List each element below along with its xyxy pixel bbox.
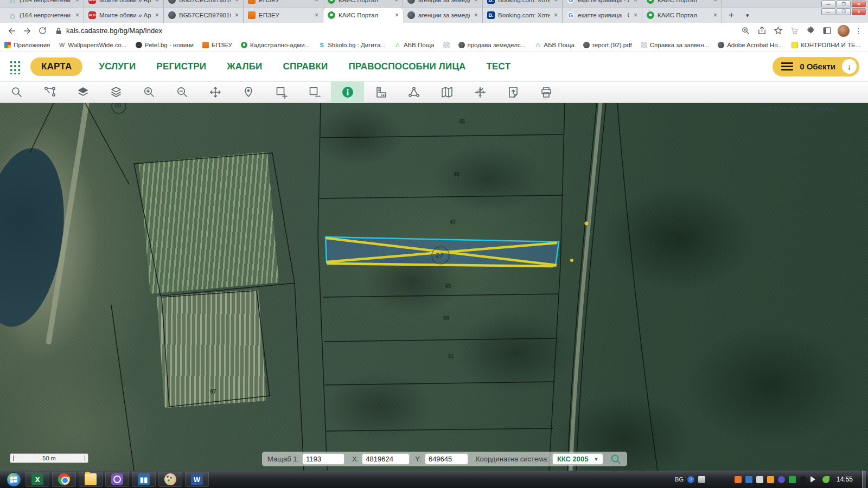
tab-epzeu[interactable]: ЕПЗЕУ× [244,8,323,23]
tray-icon-orange[interactable] [735,476,742,483]
route-nodes-tool-icon[interactable] [33,81,66,103]
tab-close-icon[interactable]: × [74,11,80,19]
bookmark-wallpapers[interactable]: WWallpapersWide.co... [59,42,126,48]
chrome-menu-icon[interactable]: ⋮ [855,27,863,35]
layers-active-tool-icon[interactable] [66,81,99,103]
tab-booking[interactable]: B.Booking.com: Хотели в× [483,8,563,23]
tab[interactable]: BG57CECB979010E359× [164,0,244,8]
tab-close-icon[interactable]: × [473,11,479,19]
objects-pill[interactable]: 0 Обекти ↓ [773,57,859,76]
apps-waffle-icon[interactable] [9,59,21,74]
language-indicator[interactable]: BG [675,476,684,483]
tab-iban[interactable]: BG57CECB979010E359× [164,8,244,23]
tray-icon-green-editor[interactable] [789,476,796,483]
menu-spravki[interactable]: СПРАВКИ [283,61,328,72]
taskbar-explorer[interactable] [79,472,103,487]
taskbar-viber[interactable] [105,472,129,487]
tab-abv-mail[interactable]: ⌂(164 непрочетени) - A× [4,8,84,23]
bookmark-adobe[interactable]: Adobe Acrobat Ho... [718,42,783,48]
zoom-page-icon[interactable] [740,25,751,36]
side-panel-icon[interactable] [821,25,832,36]
coordinate-search-icon[interactable] [610,453,622,465]
pan-tool-icon[interactable] [199,81,232,103]
tab-close-icon[interactable]: × [314,0,320,4]
tab-close-icon[interactable]: × [553,11,559,19]
tray-icon-clipboard[interactable] [756,476,763,483]
export-page-tool-icon[interactable] [496,81,529,103]
menu-test[interactable]: ТЕСТ [487,61,511,72]
layers-stack-tool-icon[interactable] [99,81,132,103]
tab-close-icon[interactable]: × [633,0,639,4]
minimize-button[interactable]: — [821,1,835,8]
tab-close-icon[interactable]: × [234,0,240,4]
tab-kais-portal-active[interactable]: КАИС Портал× [323,8,403,23]
new-tab-button[interactable]: + [722,10,741,21]
search-tool-icon[interactable] [0,81,33,103]
tab-close-icon[interactable]: × [712,0,718,4]
close-button[interactable]: × [852,8,866,15]
start-button[interactable] [7,472,21,487]
taskbar-chrome[interactable] [52,472,76,487]
polygon-nodes-tool-icon[interactable] [397,81,430,103]
tray-icon-round-app[interactable] [778,476,785,483]
tab-close-icon[interactable]: × [154,0,160,4]
profile-avatar[interactable] [838,25,850,37]
tab-alo[interactable]: ALOМоите обяви » Архив× [84,8,164,23]
bookmark-star-icon[interactable] [773,25,783,36]
tab[interactable]: Gекатте кривица - Goog× [563,0,642,8]
tray-icon-blue-window[interactable] [745,476,752,483]
select-rect-remove-tool-icon[interactable] [298,81,331,103]
tab-close-icon[interactable]: × [234,11,240,19]
bookmark-prodava[interactable]: продава земеделс... [458,42,526,48]
tab-close-icon[interactable]: × [473,0,479,4]
bookmark-shkolo[interactable]: SShkolo.bg : Дигита... [318,42,386,48]
bookmark-petel[interactable]: Petel.bg - новини [136,42,194,48]
tab[interactable]: B.Booking.com: Хотели в× [483,0,563,8]
tab-close-icon[interactable]: × [712,11,718,19]
tab-close-icon[interactable]: × [154,11,160,19]
info-tool-icon-active[interactable] [331,81,364,103]
speaker-icon[interactable] [810,476,819,483]
bookmark-abv-mail-2[interactable]: ⌂АБВ Поща [534,42,575,48]
window-tray-icon[interactable] [698,476,705,483]
share-icon[interactable] [756,25,767,36]
tab-close-icon[interactable]: × [633,11,639,19]
bookmark-apps[interactable]: Приложения [4,42,50,48]
location-pin-tool-icon[interactable] [232,81,265,103]
bookmark-epzeu[interactable]: ЕПЗЕУ [202,42,232,48]
tab[interactable]: КАИС Портал× [323,0,403,8]
tab-close-icon[interactable]: × [74,0,80,4]
back-icon[interactable] [5,24,18,37]
forward-icon[interactable] [21,24,34,37]
extensions-puzzle-icon[interactable] [805,25,816,36]
menu-karta[interactable]: КАРТА [30,57,82,76]
cart-extension-icon[interactable] [789,25,800,36]
zoom-out-tool-icon[interactable] [165,81,199,103]
tab[interactable]: агенции за земеделск× [403,0,483,8]
tray-icon-plant[interactable] [822,476,829,483]
bookmark-abv-mail[interactable]: ⌂АБВ Поща [394,42,435,48]
menu-uslugi[interactable]: УСЛУГИ [99,61,136,72]
taskbar-excel[interactable]: X [25,472,49,487]
x-coordinate-input[interactable] [362,453,410,465]
tab-close-icon[interactable]: × [393,0,399,4]
tab-kais-portal-2[interactable]: КАИС Портал× [642,8,722,23]
tab-agencies[interactable]: агенции за земеделск× [403,8,483,23]
tab[interactable]: ⌂(164 непрочетени) - A× [4,0,84,8]
crs-select[interactable]: ККС 2005 ▼ [552,453,604,465]
bookmark-spravka[interactable]: Справка за заявен... [641,42,709,48]
scale-input[interactable] [302,453,344,465]
close-button[interactable]: × [852,1,866,8]
print-tool-icon[interactable] [529,81,563,103]
minimize-button[interactable]: — [821,8,835,15]
tab-search-chevron[interactable]: ▾ [741,12,755,19]
tab-close-icon[interactable]: × [394,11,400,19]
coordinate-axes-tool-icon[interactable] [463,81,496,103]
map-sheets-tool-icon[interactable] [430,81,463,103]
menu-pravosposobni-lica[interactable]: ПРАВОСПОСОБНИ ЛИЦА [348,61,465,72]
help-tray-icon[interactable]: ? [687,476,694,483]
tab-close-icon[interactable]: × [314,11,320,19]
restore-button[interactable]: ❐ [837,1,851,8]
tab[interactable]: КАИС Портал× [642,0,722,8]
tab-google-search[interactable]: Gекатте кривица - Goog× [563,8,642,23]
